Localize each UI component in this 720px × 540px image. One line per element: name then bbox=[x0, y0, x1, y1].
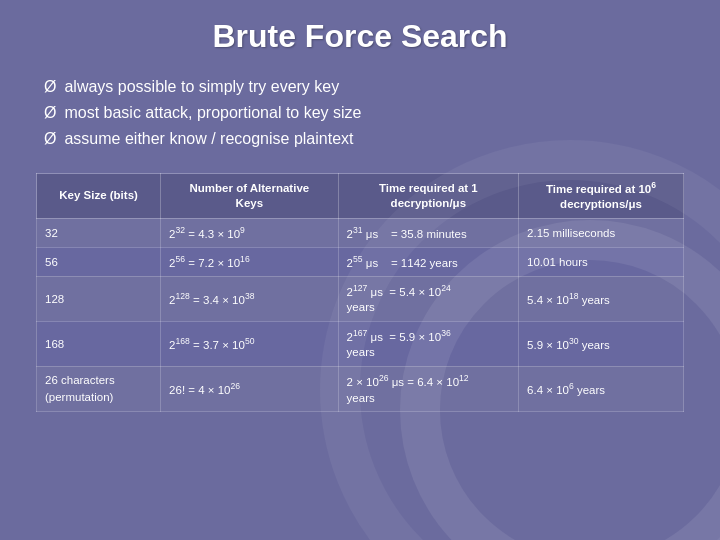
bullet-3: Ø assume either know / recognise plainte… bbox=[44, 127, 684, 151]
bullet-2: Ø most basic attack, proportional to key… bbox=[44, 101, 684, 125]
cell-time106: 5.4 × 1018 years bbox=[519, 276, 684, 321]
cell-time1: 2167 μs = 5.9 × 1036years bbox=[338, 321, 518, 366]
bullet-arrow-2: Ø bbox=[44, 101, 56, 125]
bullet-arrow-3: Ø bbox=[44, 127, 56, 151]
cell-altkeys: 256 = 7.2 × 1016 bbox=[161, 247, 338, 276]
cell-time106: 6.4 × 106 years bbox=[519, 366, 684, 411]
cell-keysize: 56 bbox=[37, 247, 161, 276]
col-header-time1: Time required at 1decryption/μs bbox=[338, 174, 518, 219]
cell-time106: 5.9 × 1030 years bbox=[519, 321, 684, 366]
cell-altkeys: 2128 = 3.4 × 1038 bbox=[161, 276, 338, 321]
data-table: Key Size (bits) Number of AlternativeKey… bbox=[36, 173, 684, 412]
bullet-list: Ø always possible to simply try every ke… bbox=[36, 75, 684, 151]
bullet-text-1: always possible to simply try every key bbox=[64, 75, 339, 99]
cell-time1: 2127 μs = 5.4 × 1024years bbox=[338, 276, 518, 321]
cell-keysize: 26 characters(permutation) bbox=[37, 366, 161, 411]
col-header-altkeys: Number of AlternativeKeys bbox=[161, 174, 338, 219]
bullet-1: Ø always possible to simply try every ke… bbox=[44, 75, 684, 99]
table-row: 32 232 = 4.3 × 109 231 μs = 35.8 minutes… bbox=[37, 218, 684, 247]
cell-time1: 255 μs = 1142 years bbox=[338, 247, 518, 276]
cell-keysize: 168 bbox=[37, 321, 161, 366]
table-row: 26 characters(permutation) 26! = 4 × 102… bbox=[37, 366, 684, 411]
page-title: Brute Force Search bbox=[36, 18, 684, 55]
cell-time106: 2.15 milliseconds bbox=[519, 218, 684, 247]
table-row: 168 2168 = 3.7 × 1050 2167 μs = 5.9 × 10… bbox=[37, 321, 684, 366]
table-row: 56 256 = 7.2 × 1016 255 μs = 1142 years … bbox=[37, 247, 684, 276]
col-header-time106: Time required at 106decryptions/μs bbox=[519, 174, 684, 219]
bullet-text-2: most basic attack, proportional to key s… bbox=[64, 101, 361, 125]
bullet-text-3: assume either know / recognise plaintext bbox=[64, 127, 353, 151]
cell-altkeys: 232 = 4.3 × 109 bbox=[161, 218, 338, 247]
cell-keysize: 32 bbox=[37, 218, 161, 247]
table-header-row: Key Size (bits) Number of AlternativeKey… bbox=[37, 174, 684, 219]
bullet-arrow-1: Ø bbox=[44, 75, 56, 99]
cell-time1: 231 μs = 35.8 minutes bbox=[338, 218, 518, 247]
cell-keysize: 128 bbox=[37, 276, 161, 321]
cell-altkeys: 26! = 4 × 1026 bbox=[161, 366, 338, 411]
cell-time1: 2 × 1026 μs = 6.4 × 1012years bbox=[338, 366, 518, 411]
table-row: 128 2128 = 3.4 × 1038 2127 μs = 5.4 × 10… bbox=[37, 276, 684, 321]
col-header-keysize: Key Size (bits) bbox=[37, 174, 161, 219]
cell-time106: 10.01 hours bbox=[519, 247, 684, 276]
cell-altkeys: 2168 = 3.7 × 1050 bbox=[161, 321, 338, 366]
